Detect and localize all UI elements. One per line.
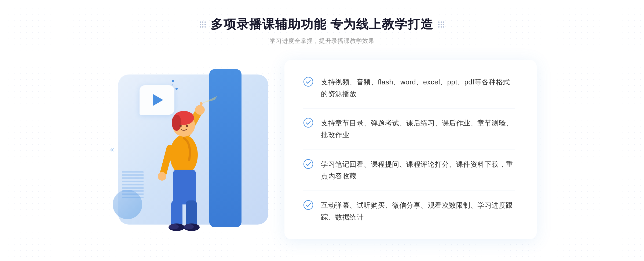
- human-figure: [142, 96, 228, 235]
- feature-item-1: 支持视频、音频、flash、word、excel、ppt、pdf等各种格式的资源…: [303, 76, 515, 109]
- svg-line-2: [200, 103, 201, 110]
- illustration-wrapper: «: [107, 58, 290, 241]
- check-icon-1: [303, 77, 313, 87]
- check-icon-4: [303, 200, 313, 210]
- svg-point-10: [158, 172, 166, 181]
- header-section: 多项录播课辅助功能 专为线上教学打造 学习进度全掌握，提升录播课教学效果: [200, 16, 445, 45]
- feature-item-4: 互动弹幕、试听购买、微信分享、观看次数限制、学习进度跟踪、数据统计: [303, 191, 515, 223]
- svg-line-9: [163, 148, 170, 174]
- features-list: 支持视频、音频、flash、word、excel、ppt、pdf等各种格式的资源…: [303, 76, 515, 223]
- feature-item-2: 支持章节目录、弹题考试、课后练习、课后作业、章节测验、批改作业: [303, 109, 515, 150]
- subtitle: 学习进度全掌握，提升录播课教学效果: [200, 37, 445, 45]
- check-icon-3: [303, 159, 313, 169]
- feature-text-2: 支持章节目录、弹题考试、课后练习、课后作业、章节测验、批改作业: [321, 117, 515, 141]
- deco-stripes: [122, 171, 144, 203]
- feature-text-1: 支持视频、音频、flash、word、excel、ppt、pdf等各种格式的资源…: [321, 76, 515, 100]
- svg-point-8: [186, 125, 188, 127]
- svg-point-18: [304, 77, 313, 86]
- feature-item-3: 学习笔记回看、课程提问、课程评论打分、课件资料下载，重点内容收藏: [303, 150, 515, 191]
- svg-point-17: [184, 224, 194, 229]
- svg-rect-11: [173, 170, 196, 204]
- svg-point-20: [304, 159, 313, 169]
- svg-point-21: [304, 200, 313, 210]
- sparkle-dot-1: [172, 80, 174, 82]
- check-icon-2: [303, 118, 313, 128]
- svg-point-6: [172, 115, 181, 131]
- sparkle-decoration: [172, 80, 178, 90]
- sparkle-dot-2: [172, 84, 173, 85]
- feature-text-3: 学习笔记回看、课程提问、课程评论打分、课件资料下载，重点内容收藏: [321, 158, 515, 182]
- svg-point-15: [169, 224, 179, 229]
- feature-text-4: 互动弹幕、试听购买、微信分享、观看次数限制、学习进度跟踪、数据统计: [321, 199, 515, 223]
- svg-rect-12: [171, 200, 182, 227]
- sparkle-dot-3: [175, 88, 178, 90]
- left-arrows: «: [110, 145, 114, 154]
- svg-point-3: [170, 135, 198, 175]
- chevron-left-icon: «: [110, 145, 114, 154]
- page-wrapper: 多项录播课辅助功能 专为线上教学打造 学习进度全掌握，提升录播课教学效果: [0, 0, 644, 261]
- main-title: 多项录播课辅助功能 专为线上教学打造: [211, 16, 434, 33]
- content-area: «: [107, 58, 537, 241]
- deco-dots-right: [438, 21, 444, 28]
- features-card: 支持视频、音频、flash、word、excel、ppt、pdf等各种格式的资源…: [284, 60, 537, 239]
- svg-point-7: [180, 125, 182, 127]
- svg-point-19: [304, 118, 313, 127]
- header-title-row: 多项录播课辅助功能 专为线上教学打造: [200, 16, 445, 33]
- svg-rect-13: [186, 200, 197, 227]
- deco-dots-left: [200, 21, 206, 28]
